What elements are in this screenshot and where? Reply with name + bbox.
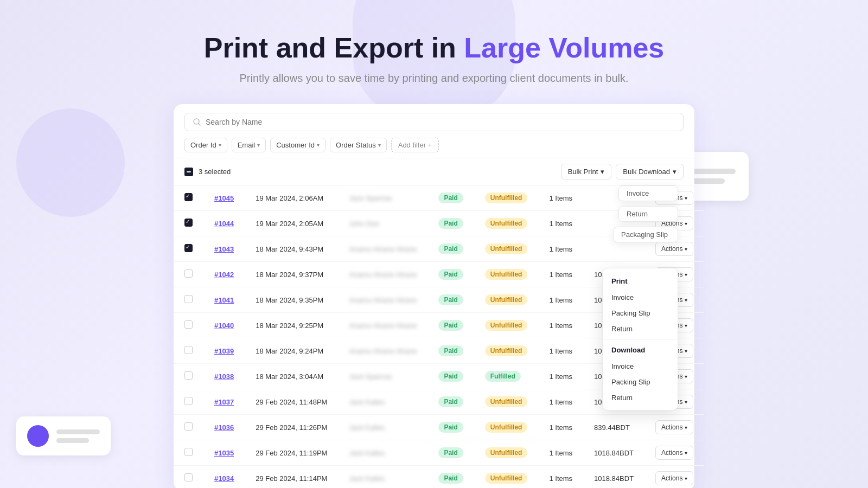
customer-name: Jack Sparrow bbox=[349, 373, 392, 381]
row-checkbox-#1044[interactable] bbox=[184, 219, 193, 227]
page-wrapper: Print and Export in Large Volumes Printl… bbox=[0, 0, 868, 488]
payment-status-cell: Paid bbox=[427, 211, 474, 236]
row-checkbox-#1045[interactable] bbox=[184, 193, 193, 201]
order-date-cell: 29 Feb 2024, 11:26PM bbox=[245, 415, 338, 440]
dropdown-invoice-1045: Invoice bbox=[618, 185, 678, 201]
order-id-link-#1034[interactable]: #1034 bbox=[214, 474, 234, 483]
checkbox-cell bbox=[174, 415, 203, 440]
selection-actions: Bulk Print ▾ Bulk Download ▾ bbox=[561, 164, 684, 179]
fulfillment-status-cell: Fulfilled bbox=[474, 364, 539, 389]
print-return-option[interactable]: Return bbox=[603, 321, 678, 337]
order-id-link-#1040[interactable]: #1040 bbox=[214, 322, 234, 330]
download-packing-slip-option[interactable]: Packing Slip bbox=[603, 374, 678, 390]
payment-status-cell: Paid bbox=[427, 415, 474, 440]
checkbox-cell bbox=[174, 262, 203, 287]
payment-badge: Paid bbox=[438, 396, 463, 407]
row-checkbox-#1039[interactable] bbox=[184, 346, 193, 354]
items-cell: 1 Items bbox=[538, 262, 583, 287]
items-cell: 1 Items bbox=[538, 364, 583, 389]
actions-button-#1034[interactable]: Actions ▾ bbox=[655, 471, 693, 485]
order-id-link-#1037[interactable]: #1037 bbox=[214, 398, 234, 406]
customer-name-cell: Jack Kalles bbox=[338, 440, 427, 466]
order-id-link-#1038[interactable]: #1038 bbox=[214, 373, 234, 381]
row-checkbox-#1040[interactable] bbox=[184, 320, 193, 329]
customer-name: Jack Kalles bbox=[349, 449, 385, 457]
print-section-header: Print bbox=[603, 273, 678, 290]
row-checkbox-#1035[interactable] bbox=[184, 448, 193, 456]
row-checkbox-#1042[interactable] bbox=[184, 269, 193, 278]
order-date-cell: 18 Mar 2024, 9:25PM bbox=[245, 313, 338, 338]
bulk-print-button[interactable]: Bulk Print ▾ bbox=[561, 164, 612, 179]
customer-name: Anamu Hirane Hirane bbox=[349, 271, 417, 279]
table-row: #1035 29 Feb 2024, 11:19PM Jack Kalles P… bbox=[174, 440, 704, 466]
row-checkbox-#1034[interactable] bbox=[184, 473, 193, 481]
actions-button-#1035[interactable]: Actions ▾ bbox=[655, 446, 693, 460]
row-checkbox-#1037[interactable] bbox=[184, 397, 193, 405]
order-id-link-#1041[interactable]: #1041 bbox=[214, 296, 234, 304]
order-date-cell: 18 Mar 2024, 9:35PM bbox=[245, 287, 338, 313]
order-id-link-#1043[interactable]: #1043 bbox=[214, 245, 234, 253]
download-return-option[interactable]: Return bbox=[603, 390, 678, 406]
customer-name-cell: Anamu Hirane Hirane bbox=[338, 338, 427, 364]
checkbox-cell bbox=[174, 287, 203, 313]
actions-button-#1036[interactable]: Actions ▾ bbox=[655, 420, 693, 434]
customer-name-cell: Jack Kalles bbox=[338, 415, 427, 440]
add-filter-button[interactable]: Add filter + bbox=[391, 138, 439, 152]
order-date-cell: 19 Mar 2024, 2:05AM bbox=[245, 211, 338, 236]
order-id-link-#1039[interactable]: #1039 bbox=[214, 347, 234, 355]
checkbox-cell bbox=[174, 440, 203, 466]
customer-name-cell: Anamu Hirane Hirane bbox=[338, 262, 427, 287]
bulk-print-label: Bulk Print bbox=[568, 168, 598, 176]
order-status-filter[interactable]: Order Status ▾ bbox=[330, 138, 387, 152]
order-id-cell: #1038 bbox=[203, 364, 245, 389]
order-id-cell: #1039 bbox=[203, 338, 245, 364]
order-id-link-#1035[interactable]: #1035 bbox=[214, 449, 234, 457]
items-cell: 1 Items bbox=[538, 338, 583, 364]
payment-badge: Paid bbox=[438, 345, 463, 356]
order-id-cell: #1043 bbox=[203, 236, 245, 262]
actions-button-#1043[interactable]: Actions ▾ bbox=[655, 242, 693, 256]
checkbox-cell bbox=[174, 236, 203, 262]
customer-name: Anamu Hirane Hirane bbox=[349, 322, 417, 330]
row-checkbox-#1036[interactable] bbox=[184, 422, 193, 431]
print-invoice-option[interactable]: Invoice bbox=[603, 290, 678, 305]
items-cell: 1 Items bbox=[538, 211, 583, 236]
fulfillment-badge: Unfulfilled bbox=[485, 473, 528, 484]
checkbox-cell bbox=[174, 313, 203, 338]
fulfillment-badge: Unfulfilled bbox=[485, 192, 528, 203]
fulfillment-status-cell: Unfulfilled bbox=[474, 262, 539, 287]
email-filter[interactable]: Email ▾ bbox=[232, 138, 266, 152]
bulk-download-chevron: ▾ bbox=[673, 168, 676, 176]
payment-status-cell: Paid bbox=[427, 338, 474, 364]
customer-name: Jack Kalles bbox=[349, 398, 385, 406]
order-id-link-#1045[interactable]: #1045 bbox=[214, 194, 234, 202]
customer-name: Jack Kalles bbox=[349, 474, 385, 483]
row-checkbox-#1043[interactable] bbox=[184, 244, 193, 252]
payment-status-cell: Paid bbox=[427, 287, 474, 313]
order-id-link-#1042[interactable]: #1042 bbox=[214, 271, 234, 279]
checkbox-cell bbox=[174, 466, 203, 488]
print-packing-slip-option[interactable]: Packing Slip bbox=[603, 305, 678, 321]
order-id-filter[interactable]: Order Id ▾ bbox=[184, 138, 227, 152]
order-id-link-#1036[interactable]: #1036 bbox=[214, 423, 234, 432]
row-checkbox-#1038[interactable] bbox=[184, 371, 193, 380]
order-date-cell: 18 Mar 2024, 3:04AM bbox=[245, 364, 338, 389]
customer-id-filter[interactable]: Customer Id ▾ bbox=[270, 138, 326, 152]
search-input[interactable] bbox=[206, 118, 675, 126]
hero-title-part1: Print and Export in bbox=[204, 32, 464, 63]
search-icon bbox=[193, 118, 201, 126]
select-all-checkbox[interactable] bbox=[184, 168, 193, 176]
download-invoice-option[interactable]: Invoice bbox=[603, 358, 678, 374]
actions-cell: Actions ▾ bbox=[644, 440, 704, 466]
customer-name: Anamu Hirane Hirane bbox=[349, 347, 417, 355]
items-cell: 1 Items bbox=[538, 389, 583, 415]
customer-name-cell: Jack Kalles bbox=[338, 466, 427, 488]
order-date-cell: 18 Mar 2024, 9:37PM bbox=[245, 262, 338, 287]
dropdown-divider bbox=[603, 339, 678, 339]
order-id-link-#1044[interactable]: #1044 bbox=[214, 220, 234, 228]
payment-badge: Paid bbox=[438, 269, 463, 280]
filter-row: Order Id ▾ Email ▾ Customer Id ▾ Order S… bbox=[184, 138, 684, 152]
table-row: #1034 29 Feb 2024, 11:14PM Jack Kalles P… bbox=[174, 466, 704, 488]
row-checkbox-#1041[interactable] bbox=[184, 295, 193, 303]
bulk-download-button[interactable]: Bulk Download ▾ bbox=[616, 164, 684, 179]
